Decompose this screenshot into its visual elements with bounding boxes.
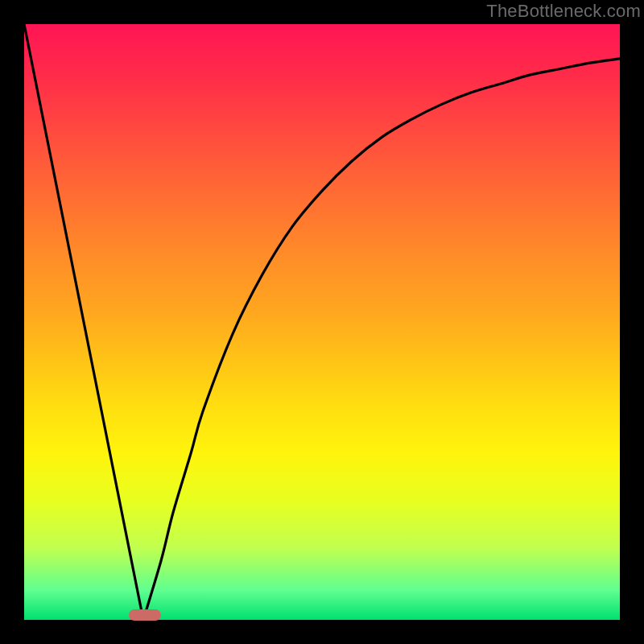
bottleneck-marker: [129, 609, 161, 621]
left-line: [24, 24, 143, 620]
right-curve: [143, 59, 620, 620]
curve-layer: [24, 24, 620, 620]
watermark-text: TheBottleneck.com: [486, 1, 641, 22]
chart-canvas: TheBottleneck.com: [0, 0, 644, 644]
plot-area: [24, 24, 620, 620]
